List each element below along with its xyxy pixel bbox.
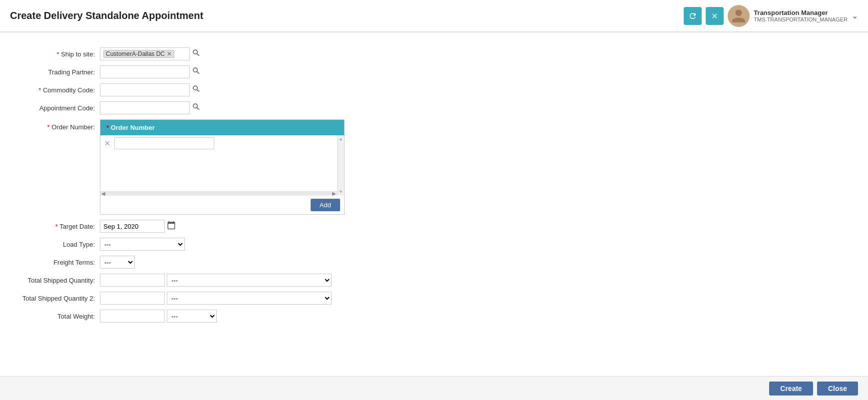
ship-to-site-search-icon[interactable] xyxy=(192,48,203,59)
create-button[interactable]: Create xyxy=(769,382,813,396)
order-number-input[interactable] xyxy=(114,137,214,149)
order-delete-icon[interactable] xyxy=(102,138,112,148)
order-number-row: * Order Number: * Order Number xyxy=(20,119,848,215)
refresh-button[interactable] xyxy=(684,7,702,25)
header-actions: Transportation Manager TMS.TRANSPORTATIO… xyxy=(684,5,858,27)
total-shipped-qty-input[interactable] xyxy=(100,274,165,287)
scroll-down-arrow[interactable]: ▼ xyxy=(339,189,343,194)
order-number-label: * Order Number: xyxy=(20,119,100,131)
total-shipped-qty-label: Total Shipped Quantity: xyxy=(20,277,100,284)
order-number-panel: * Order Number ◀ ▶ xyxy=(100,119,345,215)
user-role: TMS.TRANSPORTATION_MANAGER xyxy=(754,16,848,22)
freight-terms-label: Freight Terms: xyxy=(20,259,100,266)
ship-to-site-label: * Ship to site: xyxy=(20,50,100,58)
total-shipped-qty-select[interactable]: --- xyxy=(167,274,332,287)
load-type-select[interactable]: --- xyxy=(100,238,185,251)
close-button[interactable]: Close xyxy=(817,382,858,396)
add-order-button[interactable]: Add xyxy=(311,199,340,211)
main-content: * Ship to site: CustomerA-Dallas DC ✕ Tr… xyxy=(0,32,868,376)
calendar-icon[interactable] xyxy=(167,221,176,232)
freight-terms-select[interactable]: --- xyxy=(100,256,135,269)
total-shipped-qty2-row: Total Shipped Quantity 2: --- xyxy=(20,292,848,305)
ship-to-site-tag-remove[interactable]: ✕ xyxy=(167,50,172,57)
commodity-code-label: * Commodity Code: xyxy=(20,86,100,94)
page-title: Create Delivery Standalone Appointment xyxy=(10,10,203,21)
trading-partner-search-icon[interactable] xyxy=(192,66,203,77)
target-date-wrapper xyxy=(100,220,176,233)
ship-to-site-row: * Ship to site: CustomerA-Dallas DC ✕ xyxy=(20,47,848,60)
order-panel-vertical-scroll[interactable]: ▲ ▼ xyxy=(337,135,344,195)
total-shipped-qty2-select[interactable]: --- xyxy=(167,292,332,305)
trading-partner-input[interactable] xyxy=(100,65,190,78)
order-panel-body: ◀ ▶ xyxy=(100,135,337,195)
scroll-up-arrow[interactable]: ▲ xyxy=(339,136,343,141)
load-type-row: Load Type: --- xyxy=(20,238,848,251)
load-type-label: Load Type: xyxy=(20,241,100,248)
order-panel-empty-area xyxy=(100,151,337,191)
total-shipped-qty2-label: Total Shipped Quantity 2: xyxy=(20,295,100,302)
appointment-code-input[interactable] xyxy=(100,101,190,114)
user-dropdown-arrow[interactable]: ⌄ xyxy=(852,11,858,20)
total-weight-select[interactable]: --- xyxy=(167,310,217,323)
trading-partner-row: Trading Partner: xyxy=(20,65,848,78)
target-date-row: * Target Date: xyxy=(20,220,848,233)
freight-terms-row: Freight Terms: --- xyxy=(20,256,848,269)
scroll-right-arrow[interactable]: ▶ xyxy=(332,191,336,196)
total-weight-row: Total Weight: --- xyxy=(20,310,848,323)
target-date-label: * Target Date: xyxy=(20,223,100,230)
commodity-code-row: * Commodity Code: xyxy=(20,83,848,96)
trading-partner-label: Trading Partner: xyxy=(20,68,100,76)
avatar xyxy=(728,5,750,27)
target-date-input[interactable] xyxy=(100,220,165,233)
page-footer: Create Close xyxy=(0,376,868,400)
order-panel-row xyxy=(100,135,337,151)
order-panel-header: * Order Number xyxy=(100,120,344,135)
order-panel-footer: Add xyxy=(100,195,344,214)
order-panel-content: ◀ ▶ ▲ ▼ xyxy=(100,135,344,195)
appointment-code-row: Appointment Code: xyxy=(20,101,848,114)
order-panel-scrollbar: ◀ ▶ xyxy=(100,191,337,195)
commodity-code-search-icon[interactable] xyxy=(192,84,203,95)
total-weight-label: Total Weight: xyxy=(20,313,100,320)
total-shipped-qty-row: Total Shipped Quantity: --- xyxy=(20,274,848,287)
scroll-left-arrow[interactable]: ◀ xyxy=(101,191,105,196)
commodity-code-input[interactable] xyxy=(100,83,190,96)
appointment-code-label: Appointment Code: xyxy=(20,104,100,112)
page-header: Create Delivery Standalone Appointment T… xyxy=(0,0,868,32)
ship-to-site-tag: CustomerA-Dallas DC ✕ xyxy=(103,50,174,58)
user-name: Transportation Manager xyxy=(754,9,848,16)
total-weight-input[interactable] xyxy=(100,310,165,323)
appointment-code-search-icon[interactable] xyxy=(192,102,203,113)
user-info: Transportation Manager TMS.TRANSPORTATIO… xyxy=(754,9,848,22)
ship-to-site-input[interactable]: CustomerA-Dallas DC ✕ xyxy=(100,47,190,60)
header-close-button[interactable] xyxy=(706,7,724,25)
total-shipped-qty2-input[interactable] xyxy=(100,292,165,305)
